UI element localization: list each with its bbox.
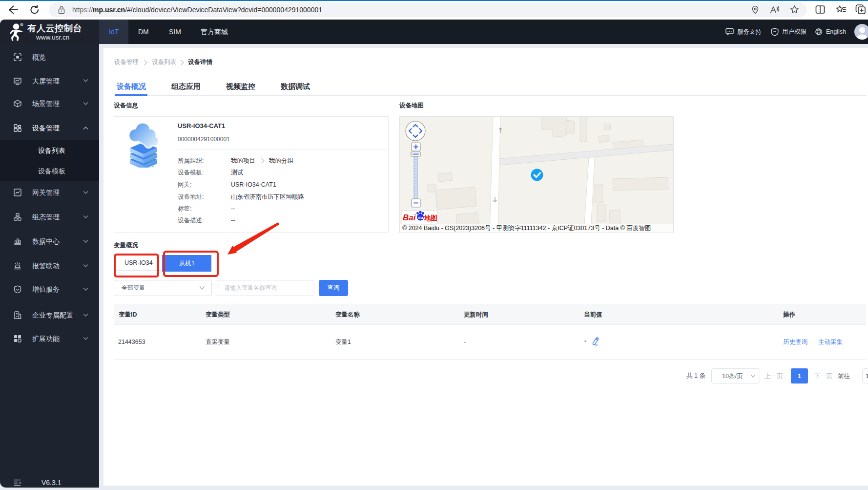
svg-text:© 2024 Baidu - GS(2023)3206号 -: © 2024 Baidu - GS(2023)3206号 - 甲测资字11111… xyxy=(402,225,651,232)
svg-text:地图: 地图 xyxy=(424,214,437,222)
svg-text:du: du xyxy=(418,215,423,220)
svg-text:Bai: Bai xyxy=(403,213,416,222)
